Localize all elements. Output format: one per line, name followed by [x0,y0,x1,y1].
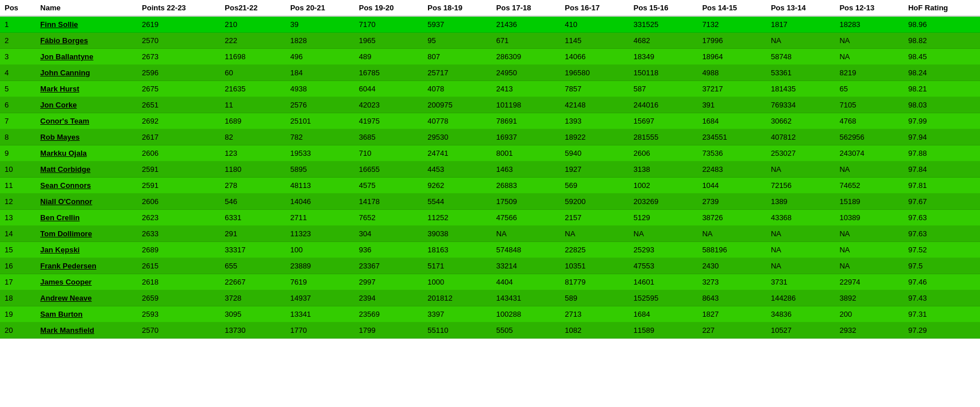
player-name-link[interactable]: Conor's Team [40,117,89,125]
points-2223-cell: 2617 [137,129,220,145]
name-cell[interactable]: Jon Ballantyne [36,49,137,65]
player-name-link[interactable]: Ben Crellin [40,213,80,222]
pos-1819-cell: 29530 [423,129,492,145]
pos-1819-cell: 1000 [423,274,492,290]
pos-2122-cell: 291 [220,226,285,242]
player-name-link[interactable]: Markku Ojala [40,149,87,158]
player-name-link[interactable]: Tom Dollimore [40,229,92,238]
pos-1314-cell: 253027 [766,145,835,162]
pos-1516-cell: 25293 [629,242,698,258]
player-name-link[interactable]: Mark Mansfield [40,326,94,335]
pos-1718-cell: 671 [492,33,561,49]
position-cell: 7 [0,113,36,129]
pos-1819-cell: 201812 [423,290,492,306]
pos-1920-cell: 1799 [354,322,423,339]
player-name-link[interactable]: John Canning [40,68,90,77]
player-name-link[interactable]: Andrew Neave [40,294,92,302]
pos-1415-cell: 4988 [697,65,766,81]
player-name-link[interactable]: James Cooper [40,278,92,286]
pos-1920-cell: 16655 [354,162,423,178]
table-row: 20Mark Mansfield257013730177017995511055… [0,322,980,339]
pos-1920-cell: 489 [354,49,423,65]
pos-1213-cell: 2932 [835,322,904,339]
header-pos: Pos [0,0,36,16]
name-cell[interactable]: John Canning [36,65,137,81]
name-cell[interactable]: James Cooper [36,274,137,290]
name-cell[interactable]: Niall O'Connor [36,194,137,210]
position-cell: 20 [0,322,36,339]
position-cell: 2 [0,33,36,49]
pos-1516-cell: 15697 [629,113,698,129]
pos-1213-cell: 10389 [835,210,904,226]
pos-1213-cell: 18283 [835,16,904,33]
pos-2122-cell: 1689 [220,113,285,129]
table-row: 10Matt Corbidge2591118058951665544531463… [0,162,980,178]
hof-rating-cell: 97.88 [904,145,980,162]
points-2223-cell: 2692 [137,113,220,129]
name-cell[interactable]: Matt Corbidge [36,162,137,178]
name-cell[interactable]: Ben Crellin [36,210,137,226]
player-name-link[interactable]: Sam Burton [40,310,83,318]
pos-1415-cell: 1684 [697,113,766,129]
pos-1213-cell: NA [835,162,904,178]
pos-1415-cell: 1044 [697,178,766,194]
hof-rating-cell: 97.43 [904,290,980,306]
pos-1617-cell: 1927 [560,162,629,178]
name-cell[interactable]: Finn Sollie [36,16,137,33]
position-cell: 5 [0,81,36,97]
pos-1819-cell: 24741 [423,145,492,162]
player-name-link[interactable]: Jon Corke [40,101,77,109]
hof-rating-cell: 98.24 [904,65,980,81]
pos-1516-cell: 4682 [629,33,698,49]
player-name-link[interactable]: Jon Ballantyne [40,52,93,61]
pos-1314-cell: 769334 [766,97,835,113]
pos-1920-cell: 7652 [354,210,423,226]
player-name-link[interactable]: Finn Sollie [40,20,78,29]
name-cell[interactable]: Mark Hurst [36,81,137,97]
points-2223-cell: 2689 [137,242,220,258]
pos-1718-cell: 33214 [492,258,561,274]
name-cell[interactable]: Fábio Borges [36,33,137,49]
player-name-link[interactable]: Rob Mayes [40,133,80,141]
player-name-link[interactable]: Mark Hurst [40,85,79,93]
header-pos-13-14: Pos 13-14 [766,0,835,16]
header-pos-16-17: Pos 16-17 [560,0,629,16]
points-2223-cell: 2570 [137,33,220,49]
points-2223-cell: 2606 [137,194,220,210]
pos-1617-cell: NA [560,226,629,242]
pos-1920-cell: 936 [354,242,423,258]
player-name-link[interactable]: Niall O'Connor [40,197,92,206]
name-cell[interactable]: Tom Dollimore [36,226,137,242]
pos-1617-cell: 22825 [560,242,629,258]
player-name-link[interactable]: Jan Kępski [40,245,80,254]
pos-2021-cell: 48113 [285,178,354,194]
pos-1213-cell: 8219 [835,65,904,81]
name-cell[interactable]: Sean Connors [36,178,137,194]
player-name-link[interactable]: Matt Corbidge [40,165,90,174]
pos-1415-cell: 1827 [697,306,766,322]
player-name-link[interactable]: Sean Connors [40,181,91,190]
pos-1516-cell: 14601 [629,274,698,290]
name-cell[interactable]: Rob Mayes [36,129,137,145]
name-cell[interactable]: Conor's Team [36,113,137,129]
pos-2122-cell: 33317 [220,242,285,258]
name-cell[interactable]: Jon Corke [36,97,137,113]
name-cell[interactable]: Sam Burton [36,306,137,322]
name-cell[interactable]: Markku Ojala [36,145,137,162]
pos-2122-cell: 3095 [220,306,285,322]
hof-rating-cell: 98.03 [904,97,980,113]
table-row: 18Andrew Neave26593728149372394201812143… [0,290,980,306]
name-cell[interactable]: Jan Kępski [36,242,137,258]
name-cell[interactable]: Mark Mansfield [36,322,137,339]
pos-1617-cell: 42148 [560,97,629,113]
pos-2122-cell: 21635 [220,81,285,97]
name-cell[interactable]: Frank Pedersen [36,258,137,274]
hof-rating-cell: 97.31 [904,306,980,322]
table-row: 5Mark Hurst26752163549386044407824137857… [0,81,980,97]
player-name-link[interactable]: Frank Pedersen [40,262,97,270]
pos-2122-cell: 13730 [220,322,285,339]
player-name-link[interactable]: Fábio Borges [40,36,88,45]
pos-2021-cell: 184 [285,65,354,81]
pos-1415-cell: 73536 [697,145,766,162]
name-cell[interactable]: Andrew Neave [36,290,137,306]
